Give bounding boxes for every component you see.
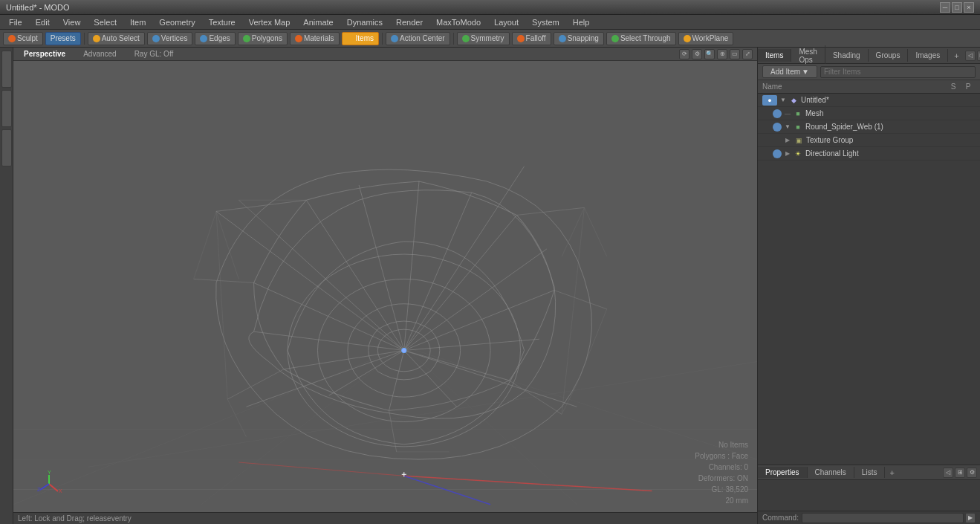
tree-expand-texture[interactable]: ▶: [784, 137, 791, 144]
action-center-button[interactable]: Action Center: [386, 32, 450, 45]
viewport-expand-icon[interactable]: ⤢: [742, 49, 753, 59]
name-column-header: Name: [762, 83, 946, 91]
workplane-button[interactable]: WorkPlane: [678, 32, 734, 45]
viewport-canvas[interactable]: No Items Polygons : Face Channels: 0 Def…: [13, 61, 757, 512]
auto-select-button[interactable]: Auto Select: [88, 32, 145, 45]
tree-expand-spider-web[interactable]: ▼: [784, 123, 791, 131]
select-through-button[interactable]: Select Through: [606, 32, 676, 45]
viewport-tab-raygl[interactable]: Ray GL: Off: [129, 50, 180, 58]
right-panel-icon-group: ◁ ⊞ ⚙: [965, 51, 980, 61]
tree-row-directional-light[interactable]: ▶ ☀ Directional Light: [758, 147, 980, 161]
falloff-button[interactable]: Falloff: [512, 32, 551, 45]
polygons-button[interactable]: Polygons: [238, 32, 288, 45]
menu-vertex-map[interactable]: Vertex Map: [243, 16, 296, 28]
presets-button[interactable]: Presets: [45, 32, 81, 45]
tree-row-spider-web[interactable]: ▼ ■ Round_Spider_Web (1): [758, 120, 980, 134]
menu-texture[interactable]: Texture: [203, 16, 241, 28]
command-input[interactable]: [802, 513, 964, 523]
br-tab-lists[interactable]: Lists: [854, 467, 886, 478]
svg-line-47: [584, 207, 606, 256]
left-sidebar-btn-1[interactable]: [1, 51, 12, 88]
toolbar: Sculpt Presets Auto Select Vertices Edge…: [0, 30, 980, 48]
spider-web-display: [13, 61, 757, 512]
br-tab-add[interactable]: +: [885, 467, 898, 479]
tree-row-name-texture-group: Texture Group: [806, 136, 977, 144]
tree-expand-light[interactable]: ▶: [784, 150, 791, 158]
menu-item[interactable]: Item: [124, 16, 152, 28]
svg-line-25: [254, 282, 404, 350]
main-layout: Perspective Advanced Ray GL: Off ⟳ ⚙ 🔍 ⊕…: [0, 48, 980, 524]
menu-maxtomodo[interactable]: MaxToModo: [430, 16, 487, 28]
viewport-tab-advanced[interactable]: Advanced: [77, 50, 122, 58]
untitled-vis-icon: ●: [762, 95, 777, 106]
tab-mesh-ops[interactable]: Mesh Ops: [791, 45, 825, 66]
axis-indicator: X Y Z: [36, 470, 62, 497]
items-button[interactable]: Items: [342, 32, 379, 45]
right-panel-icon-1[interactable]: ◁: [965, 51, 976, 61]
status-text: Left: Lock and Drag; releaseventry: [18, 514, 132, 523]
left-sidebar-btn-2[interactable]: [1, 90, 12, 127]
filter-items-input[interactable]: [820, 66, 976, 78]
tab-shading[interactable]: Shading: [825, 49, 869, 62]
viewport-icon-4[interactable]: ⊕: [717, 49, 727, 59]
tree-row-untitled[interactable]: ● ▼ ◆ Untitled*: [758, 94, 980, 107]
texture-item-icon: ▣: [794, 135, 804, 146]
viewport-icon-3[interactable]: 🔍: [704, 49, 715, 59]
viewport-icon-1[interactable]: ⟳: [679, 49, 689, 59]
minimize-button[interactable]: ─: [940, 2, 950, 13]
command-run-button[interactable]: ▶: [965, 513, 976, 523]
br-icon-3[interactable]: ⚙: [967, 468, 977, 478]
add-item-button[interactable]: Add Item ▼: [762, 65, 817, 78]
menu-select[interactable]: Select: [88, 16, 123, 28]
menu-help[interactable]: Help: [567, 16, 596, 28]
viewport-tab-perspective[interactable]: Perspective: [18, 50, 71, 58]
svg-line-13: [404, 181, 419, 351]
unit-text: 20 mm: [695, 495, 748, 506]
menu-file[interactable]: File: [3, 16, 28, 28]
br-icon-2[interactable]: ⊞: [955, 468, 965, 478]
right-panel-icon-2[interactable]: ⊞: [977, 51, 980, 61]
separator-1: [84, 33, 85, 45]
menu-layout[interactable]: Layout: [488, 16, 525, 28]
viewport-icon-2[interactable]: ⚙: [692, 49, 702, 59]
snapping-button[interactable]: Snapping: [554, 32, 604, 45]
menu-bar: File Edit View Select Item Geometry Text…: [0, 15, 980, 30]
svg-line-15: [404, 215, 517, 350]
viewport-icon-5[interactable]: ▭: [730, 49, 740, 59]
materials-button[interactable]: Materials: [290, 32, 340, 45]
menu-system[interactable]: System: [526, 16, 565, 28]
br-tab-channels[interactable]: Channels: [808, 467, 854, 478]
menu-view[interactable]: View: [57, 16, 87, 28]
polygons-icon: [243, 35, 250, 42]
br-icon-1[interactable]: ◁: [943, 468, 953, 478]
sculpt-button[interactable]: Sculpt: [3, 32, 43, 45]
tab-images[interactable]: Images: [908, 49, 948, 62]
menu-dynamics[interactable]: Dynamics: [341, 16, 389, 28]
light-item-icon: ☀: [793, 149, 803, 159]
left-sidebar-btn-3[interactable]: [1, 129, 12, 166]
br-tab-properties[interactable]: Properties: [758, 467, 808, 478]
tab-groups[interactable]: Groups: [869, 49, 909, 62]
close-button[interactable]: ×: [964, 2, 974, 13]
menu-geometry[interactable]: Geometry: [153, 16, 201, 28]
scene-tree-wrapper: ● ▼ ◆ Untitled* — ■ Mesh: [758, 94, 980, 465]
title-bar-controls: ─ □ ×: [940, 2, 974, 13]
tab-items[interactable]: Items: [758, 49, 791, 62]
tree-expand-mesh[interactable]: —: [784, 110, 791, 117]
tab-add-button[interactable]: +: [948, 49, 964, 62]
gl-text: GL: 38,520: [695, 484, 748, 495]
menu-render[interactable]: Render: [390, 16, 429, 28]
menu-animate[interactable]: Animate: [297, 16, 339, 28]
tree-row-texture-group[interactable]: ▶ ▣ Texture Group: [758, 134, 980, 147]
maximize-button[interactable]: □: [952, 2, 962, 13]
status-bar: Left: Lock and Drag; releaseventry: [13, 512, 757, 524]
vertices-button[interactable]: Vertices: [147, 32, 193, 45]
svg-line-60: [40, 484, 49, 490]
menu-edit[interactable]: Edit: [30, 16, 56, 28]
action-center-icon: [391, 35, 398, 42]
symmetry-button[interactable]: Symmetry: [457, 32, 510, 45]
edges-button[interactable]: Edges: [195, 32, 235, 45]
tree-row-mesh[interactable]: — ■ Mesh: [758, 107, 980, 120]
app-title: Untitled* - MODO: [6, 3, 70, 12]
tree-expand-untitled[interactable]: ▼: [779, 97, 787, 104]
